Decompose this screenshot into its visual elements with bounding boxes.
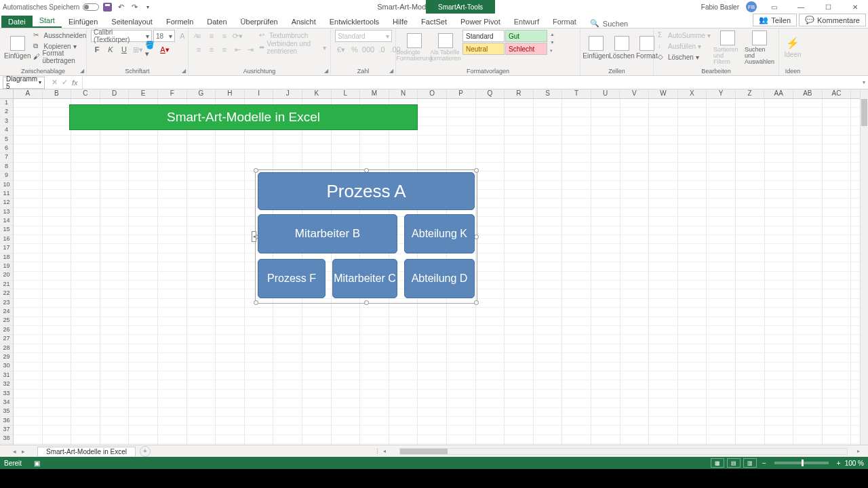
col-header-V[interactable]: V — [620, 89, 649, 98]
select-all-corner[interactable] — [0, 89, 14, 99]
row-header-10[interactable]: 10 — [0, 181, 13, 190]
tab-format[interactable]: Format — [546, 16, 583, 28]
underline-button[interactable]: U — [118, 43, 130, 56]
col-header-B[interactable]: B — [43, 89, 72, 98]
user-name[interactable]: Fabio Basler — [701, 3, 739, 11]
col-header-Q[interactable]: Q — [476, 89, 505, 98]
thousands-icon[interactable]: 000 — [362, 43, 374, 56]
row-header-38[interactable]: 38 — [0, 434, 13, 443]
italic-button[interactable]: K — [104, 43, 117, 56]
resize-handle-br[interactable] — [474, 300, 479, 305]
share-button[interactable]: 👥Teilen — [753, 14, 797, 26]
align-center-icon[interactable]: ≡ — [205, 43, 218, 56]
name-box[interactable]: Diagramm 5▾ — [3, 77, 45, 89]
styles-gallery-scroll[interactable]: ▲▼▾ — [550, 30, 555, 56]
align-bottom-icon[interactable]: ≡ — [218, 30, 231, 42]
format-as-table-button[interactable]: Als Tabelle formatieren — [431, 30, 460, 65]
row-header-12[interactable]: 12 — [0, 199, 13, 207]
resize-handle-b[interactable] — [364, 300, 369, 305]
qat-customize-icon[interactable]: ▾ — [143, 2, 153, 12]
minimize-icon[interactable]: — — [791, 1, 811, 13]
percent-icon[interactable]: % — [349, 43, 361, 56]
style-standard[interactable]: Standard — [462, 30, 505, 42]
row-header-24[interactable]: 24 — [0, 308, 13, 317]
col-header-A[interactable]: A — [14, 89, 43, 98]
ideas-button[interactable]: ⚡Ideen — [783, 30, 802, 65]
indent-decrease-icon[interactable]: ⇤ — [231, 43, 243, 56]
currency-icon[interactable]: €▾ — [335, 43, 347, 56]
row-header-35[interactable]: 35 — [0, 407, 13, 416]
sheet-nav[interactable]: ◂▸ — [0, 448, 37, 455]
align-top-icon[interactable]: ≡ — [193, 30, 205, 42]
row-header-16[interactable]: 16 — [0, 235, 13, 244]
align-launcher-icon[interactable]: ◢ — [324, 68, 328, 74]
fill-color-button[interactable]: 🪣▾ — [145, 43, 157, 56]
border-button[interactable]: ⊞▾ — [132, 43, 144, 56]
row-header-8[interactable]: 8 — [0, 163, 13, 171]
row-header-32[interactable]: 32 — [0, 380, 13, 389]
col-header-E[interactable]: E — [129, 89, 158, 98]
col-header-K[interactable]: K — [302, 89, 332, 98]
row-header-30[interactable]: 30 — [0, 362, 13, 371]
resize-handle-r[interactable] — [474, 235, 479, 239]
row-header-19[interactable]: 19 — [0, 262, 13, 271]
smartart-node-bot3[interactable]: Abteilung D — [404, 259, 475, 298]
row-headers[interactable]: 1234567891011121314151617181920212223242… — [0, 99, 14, 445]
row-header-9[interactable]: 9 — [0, 171, 13, 180]
col-header-D[interactable]: D — [100, 89, 130, 98]
number-format-combo[interactable]: Standard▾ — [335, 30, 392, 42]
col-header-F[interactable]: F — [158, 89, 187, 98]
row-header-27[interactable]: 27 — [0, 335, 13, 344]
col-header-X[interactable]: X — [678, 89, 707, 98]
format-painter-button[interactable]: 🖌Format übertragen — [33, 52, 86, 62]
smartart-node-bot1[interactable]: Prozess F — [258, 259, 326, 298]
col-header-Y[interactable]: Y — [707, 89, 736, 98]
sort-filter-button[interactable]: Sortieren und Filtern — [713, 30, 742, 65]
resize-handle-bl[interactable] — [254, 300, 258, 305]
tab-file[interactable]: Datei — [1, 16, 33, 28]
sheet-tab-active[interactable]: Smart-Art-Modelle in Excel — [37, 447, 136, 456]
cut-button[interactable]: ✂Ausschneiden — [33, 30, 86, 41]
row-header-13[interactable]: 13 — [0, 208, 13, 217]
formula-input[interactable] — [82, 77, 860, 89]
row-header-6[interactable]: 6 — [0, 144, 13, 153]
zoom-slider[interactable] — [774, 462, 829, 464]
column-headers[interactable]: ABCDEFGHIJKLMNOPQRSTUVWXYZAAABAC — [14, 89, 860, 99]
smartart-node-bot2[interactable]: Mitarbeiter C — [332, 259, 397, 298]
font-launcher-icon[interactable]: ◢ — [182, 68, 186, 74]
conditional-format-button[interactable]: Bedingte Formatierung — [400, 30, 429, 65]
tab-entwicklertools[interactable]: Entwicklertools — [323, 16, 386, 28]
cancel-formula-icon[interactable]: ✕ — [52, 78, 58, 87]
tab-ansicht[interactable]: Ansicht — [285, 16, 323, 28]
smartart-diagram[interactable]: ◂ Prozess A Mitarbeiter B Abteilung K Pr… — [256, 171, 476, 302]
comments-button[interactable]: 💬Kommentare — [799, 14, 866, 26]
col-header-AB[interactable]: AB — [793, 89, 823, 98]
row-header-26[interactable]: 26 — [0, 326, 13, 335]
smartart-node-mid1[interactable]: Mitarbeiter B — [258, 214, 397, 253]
paste-button[interactable]: Einfügen — [4, 30, 31, 65]
zoom-level[interactable]: 100 % — [845, 460, 864, 467]
row-header-2[interactable]: 2 — [0, 108, 13, 117]
col-header-H[interactable]: H — [216, 89, 245, 98]
style-gut[interactable]: Gut — [505, 30, 547, 42]
redo-icon[interactable]: ↷ — [130, 2, 139, 12]
orientation-icon[interactable]: ⟳▾ — [231, 30, 243, 42]
row-header-11[interactable]: 11 — [0, 190, 13, 199]
row-header-33[interactable]: 33 — [0, 390, 13, 399]
row-header-18[interactable]: 18 — [0, 253, 13, 262]
tab-daten[interactable]: Daten — [200, 16, 233, 28]
align-right-icon[interactable]: ≡ — [218, 43, 231, 56]
clipboard-launcher-icon[interactable]: ◢ — [80, 68, 84, 74]
view-page-layout-icon[interactable]: ▤ — [727, 458, 741, 468]
title-box[interactable]: Smart-Art-Modelle in Excel — [69, 104, 418, 130]
col-header-P[interactable]: P — [447, 89, 476, 98]
font-name-combo[interactable]: Calibri (Textkörper)▾ — [91, 30, 152, 42]
close-icon[interactable]: ✕ — [845, 1, 865, 13]
style-neutral[interactable]: Neutral — [462, 43, 505, 55]
bold-button[interactable]: F — [91, 43, 103, 56]
tab-ueberpruefen[interactable]: Überprüfen — [234, 16, 285, 28]
search-tab[interactable]: 🔍 Suchen — [590, 19, 628, 28]
row-header-22[interactable]: 22 — [0, 289, 13, 298]
increase-decimal-icon[interactable]: .0 — [376, 43, 388, 56]
tab-factset[interactable]: FactSet — [414, 16, 454, 28]
